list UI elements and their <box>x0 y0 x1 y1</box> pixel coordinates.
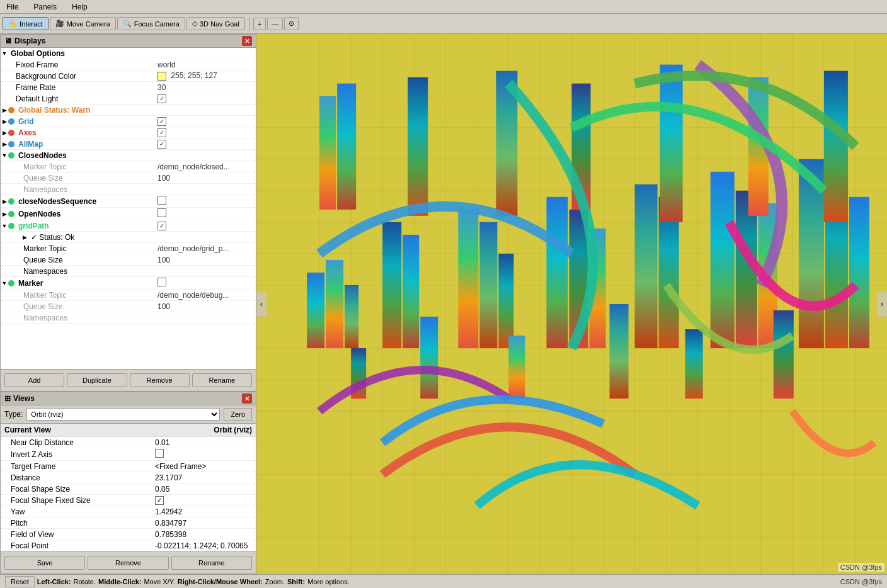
marker-expand[interactable]: ▼ <box>1 280 8 286</box>
frame-rate-row[interactable]: Frame Rate 30 <box>1 82 256 93</box>
marker-row[interactable]: ▼ Marker <box>1 277 256 290</box>
toolbar: 👆 Interact 🎥 Move Camera 🔍 Focus Camera … <box>0 14 887 34</box>
menu-file[interactable]: File <box>3 1 22 13</box>
yaw-row[interactable]: Yaw 1.42942 <box>1 506 256 517</box>
background-color-swatch[interactable] <box>157 72 166 81</box>
remove-button[interactable]: Remove <box>130 373 190 387</box>
background-color-row[interactable]: Background Color 255; 255; 127 <box>1 71 256 82</box>
3d-nav-goal-button[interactable]: ◇ 3D Nav Goal <box>186 17 245 30</box>
close-nodes-seq-dot <box>8 198 14 205</box>
allmap-row[interactable]: ▶ AllMap ✓ <box>1 139 256 150</box>
grid-expand[interactable]: ▶ <box>1 118 8 125</box>
open-nodes-expand[interactable]: ▶ <box>1 211 8 217</box>
near-clip-value: 0.01 <box>152 438 253 447</box>
focus-camera-button[interactable]: 🔍 Focus Camera <box>117 17 185 30</box>
interact-button[interactable]: 👆 Interact <box>3 17 49 30</box>
grid-path-row[interactable]: ▼ gridPath ✓ <box>1 220 256 232</box>
svg-rect-46 <box>635 184 658 348</box>
views-zero-button[interactable]: Zero <box>224 408 252 421</box>
grid-path-expand[interactable]: ▼ <box>1 223 8 229</box>
toolbar-plus-button[interactable]: + <box>253 18 266 30</box>
close-nodes-seq-expand[interactable]: ▶ <box>1 198 8 205</box>
displays-close-button[interactable]: ✕ <box>242 36 252 46</box>
viewport-scroll-left[interactable]: ‹ <box>256 291 266 317</box>
pitch-label: Pitch <box>3 519 152 528</box>
invert-z-checkbox[interactable] <box>155 449 164 458</box>
views-type-select[interactable]: Orbit (rviz) FPS (rviz) TopDownOrtho (rv… <box>26 408 220 421</box>
closed-nodes-namespaces-row[interactable]: Namespaces <box>1 184 256 195</box>
target-frame-row[interactable]: Target Frame <Fixed Frame> <box>1 461 256 472</box>
axes-row[interactable]: ▶ Axes ✓ <box>1 127 256 139</box>
closed-nodes-marker-topic-row[interactable]: Marker Topic /demo_node/closed... <box>1 161 256 172</box>
marker-namespaces-row[interactable]: Namespaces <box>1 312 256 324</box>
main-layout: 🖥 Displays ✕ ▼ Global Options Fixed Fram… <box>0 34 887 574</box>
grid-path-marker-topic-row[interactable]: Marker Topic /demo_node/grid_p... <box>1 243 256 254</box>
left-click-value: Rotate. <box>74 578 96 585</box>
axes-checkbox[interactable]: ✓ <box>157 128 166 137</box>
distance-row[interactable]: Distance 23.1707 <box>1 472 256 483</box>
grid-path-status-expand[interactable]: ▶ <box>21 234 28 240</box>
global-status-expand[interactable]: ▶ <box>1 107 8 113</box>
views-close-button[interactable]: ✕ <box>242 393 252 404</box>
closed-nodes-queue-size-row[interactable]: Queue Size 100 <box>1 172 256 184</box>
rename-button[interactable]: Rename <box>192 373 252 387</box>
allmap-expand[interactable]: ▶ <box>1 141 8 147</box>
closed-nodes-row[interactable]: ▼ ClosedNodes <box>1 150 256 161</box>
grid-path-checkbox[interactable]: ✓ <box>157 222 166 230</box>
svg-rect-53 <box>849 197 869 348</box>
closed-nodes-dot <box>8 152 14 159</box>
yaw-value: 1.42942 <box>152 507 253 516</box>
viewport[interactable]: ‹ › CSDN @3fps <box>256 34 887 574</box>
marker-queue-size-row[interactable]: Queue Size 100 <box>1 301 256 312</box>
grid-path-queue-size-row[interactable]: Queue Size 100 <box>1 254 256 266</box>
viewport-scroll-right[interactable]: › <box>877 291 887 317</box>
default-light-row[interactable]: Default Light ✓ <box>1 93 256 105</box>
marker-checkbox[interactable] <box>157 278 166 286</box>
closed-nodes-expand[interactable]: ▼ <box>1 152 8 159</box>
near-clip-row[interactable]: Near Clip Distance 0.01 <box>1 437 256 448</box>
views-save-button[interactable]: Save <box>4 556 85 570</box>
shift-label: Shift: <box>287 578 305 585</box>
fov-row[interactable]: Field of View 0.785398 <box>1 529 256 540</box>
focal-shape-size-row[interactable]: Focal Shape Size 0.05 <box>1 483 256 495</box>
toolbar-target-button[interactable]: ⊙ <box>284 17 299 30</box>
global-status-dot <box>8 107 14 113</box>
menu-help[interactable]: Help <box>68 1 91 13</box>
open-nodes-checkbox[interactable] <box>157 208 166 217</box>
grid-path-status-row[interactable]: ▶ ✓ Status: Ok <box>1 232 256 243</box>
menu-panels[interactable]: Panels <box>30 1 60 13</box>
global-options-expand[interactable]: ▼ <box>1 50 8 57</box>
target-frame-label: Target Frame <box>3 462 152 471</box>
allmap-checkbox[interactable]: ✓ <box>157 140 166 149</box>
views-rename-button[interactable]: Rename <box>171 556 252 570</box>
fov-label: Field of View <box>3 530 152 539</box>
invert-z-row[interactable]: Invert Z Axis <box>1 448 256 461</box>
global-status-row[interactable]: ▶ Global Status: Warn <box>1 105 256 116</box>
default-light-checkbox[interactable]: ✓ <box>157 94 166 103</box>
views-remove-button[interactable]: Remove <box>88 556 168 570</box>
pitch-row[interactable]: Pitch 0.834797 <box>1 517 256 529</box>
grid-checkbox[interactable]: ✓ <box>157 117 166 126</box>
current-view-subtitle: Orbit (rviz) <box>214 426 252 434</box>
global-options-row[interactable]: ▼ Global Options <box>1 48 256 59</box>
close-nodes-seq-checkbox[interactable] <box>157 196 166 205</box>
grid-row[interactable]: ▶ Grid ✓ <box>1 116 256 127</box>
toolbar-minus-button[interactable]: — <box>267 18 283 30</box>
current-view-title: Current View <box>4 426 51 434</box>
fixed-frame-row[interactable]: Fixed Frame world <box>1 59 256 71</box>
svg-rect-58 <box>685 329 703 399</box>
focal-shape-fixed-row[interactable]: Focal Shape Fixed Size ✓ <box>1 495 256 506</box>
move-camera-button[interactable]: 🎥 Move Camera <box>50 17 116 30</box>
add-button[interactable]: Add <box>4 373 64 387</box>
svg-rect-39 <box>403 235 419 348</box>
focal-point-row[interactable]: Focal Point -0.022114; 1.2424; 0.70065 <box>1 540 256 551</box>
duplicate-button[interactable]: Duplicate <box>67 373 127 387</box>
reset-button[interactable]: Reset <box>5 576 35 587</box>
open-nodes-row[interactable]: ▶ OpenNodes <box>1 208 256 220</box>
svg-rect-42 <box>498 254 513 348</box>
grid-path-namespaces-row[interactable]: Namespaces <box>1 266 256 277</box>
focal-shape-fixed-checkbox[interactable]: ✓ <box>155 496 164 505</box>
marker-topic-row[interactable]: Marker Topic /demo_node/debug... <box>1 290 256 301</box>
close-nodes-seq-row[interactable]: ▶ closeNodesSequence <box>1 195 256 208</box>
axes-expand[interactable]: ▶ <box>1 130 8 136</box>
